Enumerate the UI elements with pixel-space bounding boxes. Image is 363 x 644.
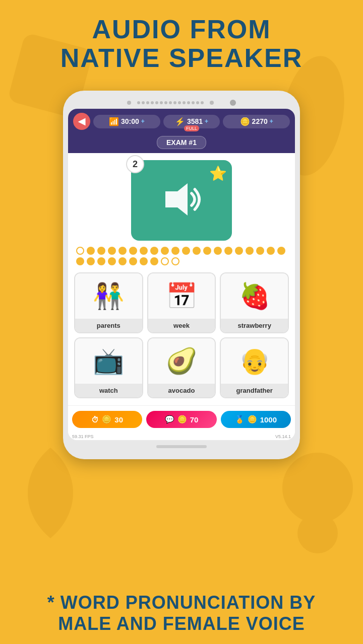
reward-value: 30 (114, 415, 123, 424)
progress-dot (150, 247, 158, 255)
progress-dot (161, 257, 169, 265)
progress-dot (267, 247, 275, 255)
phone-screen: ◀ 📶 30:00 + ⚡ 3581 + FULL (68, 109, 295, 440)
progress-dot (108, 257, 116, 265)
svg-marker-4 (165, 183, 188, 216)
reward-value: 70 (190, 415, 199, 424)
progress-dot (224, 247, 232, 255)
answer-card-image: 🥑 (148, 338, 215, 384)
progress-dot (256, 247, 264, 255)
speaker-dots (137, 101, 204, 104)
reward-coin: 🪙 (177, 415, 187, 424)
energy-wrapper: ⚡ 3581 + FULL (163, 115, 220, 128)
front-camera-dot (127, 101, 131, 105)
exam-label-wrap: EXAM #1 (68, 134, 295, 153)
reward-btn-blue[interactable]: 🏅🪙1000 (221, 411, 291, 428)
progress-dot (277, 247, 285, 255)
answer-card-label: grandfather (221, 384, 288, 397)
camera (230, 100, 236, 106)
debug-bar: 59.31 FPS V5.14.1 (68, 433, 295, 440)
bottom-rewards-bar: ⏱🪙30💬🪙70🏅🪙1000 (68, 405, 295, 433)
coins-plus: + (270, 118, 273, 125)
svg-point-3 (297, 513, 338, 553)
phone-bottom (68, 440, 295, 450)
full-badge: FULL (184, 125, 199, 131)
exam-label: EXAM #1 (157, 136, 206, 149)
reward-icon: 🏅 (235, 415, 245, 424)
progress-dot (108, 247, 116, 255)
progress-dot (129, 257, 137, 265)
progress-dot (140, 257, 148, 265)
audio-card-number: 2 (126, 155, 144, 173)
progress-dot (182, 247, 190, 255)
answer-card-label: strawberry (221, 319, 288, 332)
progress-dot (87, 257, 95, 265)
answer-card-label: week (148, 319, 215, 332)
coins-badge: 🪙 2270 + (223, 115, 290, 128)
progress-dot (161, 247, 169, 255)
coin-icon: 🪙 (240, 117, 250, 126)
answer-card[interactable]: 🥑avocado (147, 337, 216, 398)
progress-dot (118, 247, 127, 255)
progress-dot (193, 247, 201, 255)
answer-card[interactable]: 👴grandfather (220, 337, 289, 398)
audio-card-star: ⭐ (209, 165, 227, 182)
app-header: ◀ 📶 30:00 + ⚡ 3581 + FULL (68, 109, 295, 134)
reward-value: 1000 (260, 415, 277, 424)
answer-card-label: parents (75, 319, 142, 332)
progress-dot (97, 257, 105, 265)
answers-grid: 👫parents📅week🍓strawberry📺watch🥑avocado👴g… (74, 272, 289, 398)
app-content: 🎵 ☀ Aa 🖼 2 ⭐ (68, 153, 295, 405)
timer-value: 30:00 (121, 117, 139, 125)
coins-value: 2270 (252, 117, 268, 125)
bottom-title: * WORD PRONUNCIATION BY MALE AND FEMALE … (10, 592, 353, 634)
timer-plus: + (141, 118, 145, 125)
answer-card[interactable]: 📅week (147, 272, 216, 333)
phone-body: ◀ 📶 30:00 + ⚡ 3581 + FULL (63, 91, 300, 459)
progress-dot (214, 247, 222, 255)
wifi-icon: 📶 (109, 117, 119, 126)
progress-dot (129, 247, 137, 255)
progress-dot (118, 257, 127, 265)
progress-dot (140, 247, 148, 255)
audio-card[interactable]: 2 ⭐ (131, 160, 232, 241)
progress-dot (235, 247, 243, 255)
energy-plus: + (205, 118, 208, 125)
answer-card-image: 👫 (75, 273, 142, 319)
main-title: AUDIO FROM NATIVE SPEAKER (0, 15, 363, 73)
progress-dot (171, 257, 179, 265)
home-bar (156, 445, 207, 448)
reward-btn-orange[interactable]: ⏱🪙30 (72, 411, 142, 428)
fps-label: 59.31 FPS (72, 434, 94, 439)
answer-card-image: 🍓 (221, 273, 288, 319)
bottom-text-area: * WORD PRONUNCIATION BY MALE AND FEMALE … (0, 592, 363, 634)
progress-dot (97, 247, 105, 255)
phone-mockup: ◀ 📶 30:00 + ⚡ 3581 + FULL (63, 91, 300, 459)
reward-icon: ⏱ (91, 415, 99, 424)
audio-card-container: 2 ⭐ (74, 160, 289, 241)
timer-badge: 📶 30:00 + (93, 115, 160, 128)
answer-card[interactable]: 📺watch (74, 337, 143, 398)
progress-dot (203, 247, 211, 255)
sensor-dot (210, 101, 214, 105)
progress-dot (150, 257, 158, 265)
answer-card[interactable]: 🍓strawberry (220, 272, 289, 333)
lightning-icon: ⚡ (175, 117, 185, 126)
top-title-area: AUDIO FROM NATIVE SPEAKER (0, 0, 363, 73)
back-button[interactable]: ◀ (73, 113, 90, 130)
answer-card-image: 👴 (221, 338, 288, 384)
answer-card[interactable]: 👫parents (74, 272, 143, 333)
progress-dot (76, 257, 84, 265)
reward-btn-pink[interactable]: 💬🪙70 (146, 411, 216, 428)
reward-coin: 🪙 (102, 415, 111, 424)
speaker-icon (156, 179, 207, 222)
svg-point-2 (282, 453, 353, 523)
progress-dot (87, 247, 95, 255)
progress-dot (171, 247, 179, 255)
progress-dot (76, 247, 84, 255)
answer-card-image: 📅 (148, 273, 215, 319)
reward-icon: 💬 (165, 415, 174, 424)
progress-dot (246, 247, 254, 255)
answer-card-image: 📺 (75, 338, 142, 384)
version-label: V5.14.1 (275, 434, 291, 439)
